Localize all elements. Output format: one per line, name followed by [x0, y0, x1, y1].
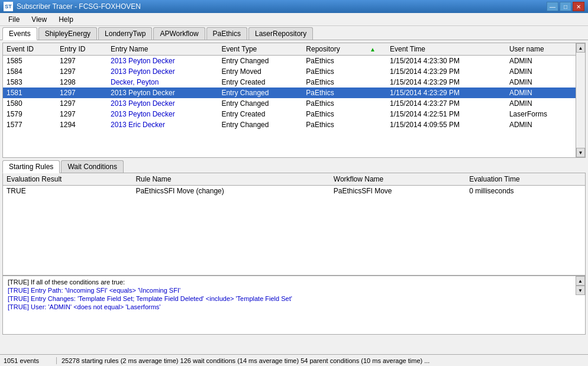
- col-sort-arrow[interactable]: ▲: [366, 43, 386, 56]
- col-entry-name: Entry Name: [107, 43, 218, 56]
- menu-help[interactable]: Help: [53, 14, 79, 25]
- tab-londerrytwp[interactable]: LonderryTwp: [98, 27, 152, 40]
- minimize-button[interactable]: —: [547, 2, 558, 11]
- starting-rules-body: TRUEPaEthicsSFI Move (change)PaEthicsSFI…: [3, 186, 585, 197]
- scroll-up-arrow[interactable]: ▲: [576, 43, 585, 53]
- starting-rules-header: Evaluation Result Rule Name Workflow Nam…: [3, 173, 585, 186]
- col-eval-time: Evaluation Time: [466, 173, 585, 186]
- status-bar: 1051 events 25278 starting rules (2 ms a…: [0, 354, 588, 366]
- col-event-time: Event Time: [386, 43, 506, 56]
- events-table-container[interactable]: Event ID Entry ID Entry Name Event Type …: [3, 43, 585, 157]
- table-row[interactable]: TRUEPaEthicsSFI Move (change)PaEthicsSFI…: [3, 186, 585, 197]
- col-event-id: Event ID: [3, 43, 56, 56]
- close-button[interactable]: ✕: [573, 2, 584, 11]
- table-row[interactable]: 157912972013 Peyton DeckerEntry CreatedP…: [3, 109, 576, 119]
- col-workflow-name: Workflow Name: [330, 173, 466, 186]
- menu-bar: File View Help: [0, 13, 588, 26]
- menu-view[interactable]: View: [25, 14, 53, 25]
- table-row[interactable]: 15831298Decker, PeytonEntry CreatedPaEth…: [3, 77, 576, 88]
- table-row[interactable]: 158412972013 Peyton DeckerEntry MovedPaE…: [3, 66, 576, 77]
- tab-paethics[interactable]: PaEthics: [206, 27, 247, 40]
- condition-scrollbar[interactable]: ▲ ▼: [576, 276, 585, 334]
- app-icon: ST: [4, 2, 13, 11]
- condition-detail: [TRUE] If all of these conditions are tr…: [2, 276, 586, 335]
- starting-rules-table: Evaluation Result Rule Name Workflow Nam…: [3, 173, 585, 196]
- condition-line: [TRUE] If all of these conditions are tr…: [8, 278, 580, 286]
- table-row[interactable]: 157712942013 Eric DeckerEntry ChangedPaE…: [3, 119, 576, 130]
- col-rule-name: Rule Name: [132, 173, 329, 186]
- events-table: Event ID Entry ID Entry Name Event Type …: [3, 43, 576, 130]
- top-tab-bar: Events ShipleyEnergy LonderryTwp APWorkf…: [0, 26, 588, 40]
- condition-line: [TRUE] Entry Path: '\Incoming SFI' <equa…: [8, 287, 580, 294]
- events-table-header: Event ID Entry ID Entry Name Event Type …: [3, 43, 576, 56]
- status-details: 25278 starting rules (2 ms average time)…: [57, 357, 584, 364]
- scroll-down-arrow[interactable]: ▼: [576, 148, 585, 157]
- tab-shipleyenergy[interactable]: ShipleyEnergy: [38, 27, 97, 40]
- condition-lines: [TRUE] If all of these conditions are tr…: [8, 278, 580, 310]
- col-event-type: Event Type: [218, 43, 302, 56]
- col-entry-id: Entry ID: [56, 43, 107, 56]
- tab-events[interactable]: Events: [2, 27, 37, 40]
- table-row[interactable]: 158012972013 Peyton DeckerEntry ChangedP…: [3, 98, 576, 109]
- table-row[interactable]: 158112972013 Peyton DeckerEntry ChangedP…: [3, 88, 576, 98]
- col-user-name: User name: [506, 43, 576, 56]
- col-eval-result: Evaluation Result: [3, 173, 132, 186]
- tab-apworkflow[interactable]: APWorkflow: [153, 27, 205, 40]
- bottom-tabs-area: Starting Rules Wait Conditions Evaluatio…: [2, 160, 586, 276]
- status-event-count: 1051 events: [4, 357, 57, 364]
- events-scrollbar[interactable]: ▲ ▼: [576, 43, 585, 157]
- table-row[interactable]: 158512972013 Peyton DeckerEntry ChangedP…: [3, 56, 576, 67]
- bottom-tab-content: Evaluation Result Rule Name Workflow Nam…: [2, 173, 586, 276]
- btab-wait-conditions[interactable]: Wait Conditions: [61, 160, 124, 173]
- events-section: Event ID Entry ID Entry Name Event Type …: [2, 43, 586, 158]
- condition-line: [TRUE] User: 'ADMIN' <does not equal> 'L…: [8, 303, 580, 310]
- window-controls: — □ ✕: [547, 2, 584, 11]
- col-repository: Repository: [302, 43, 366, 56]
- maximize-button[interactable]: □: [560, 2, 571, 11]
- btab-starting-rules[interactable]: Starting Rules: [2, 160, 60, 173]
- window-title: Subscriber Tracer - FCSG-FOXHOVEN: [17, 2, 543, 11]
- cond-scroll-down[interactable]: ▼: [576, 286, 585, 295]
- menu-file[interactable]: File: [2, 14, 25, 25]
- title-bar: ST Subscriber Tracer - FCSG-FOXHOVEN — □…: [0, 0, 588, 13]
- cond-scroll-up[interactable]: ▲: [576, 276, 585, 286]
- bottom-tab-bar: Starting Rules Wait Conditions: [2, 160, 586, 173]
- tab-laserrepository[interactable]: LaserRepository: [248, 27, 313, 40]
- condition-line: [TRUE] Entry Changes: 'Template Field Se…: [8, 295, 580, 302]
- events-table-body: 158512972013 Peyton DeckerEntry ChangedP…: [3, 56, 576, 131]
